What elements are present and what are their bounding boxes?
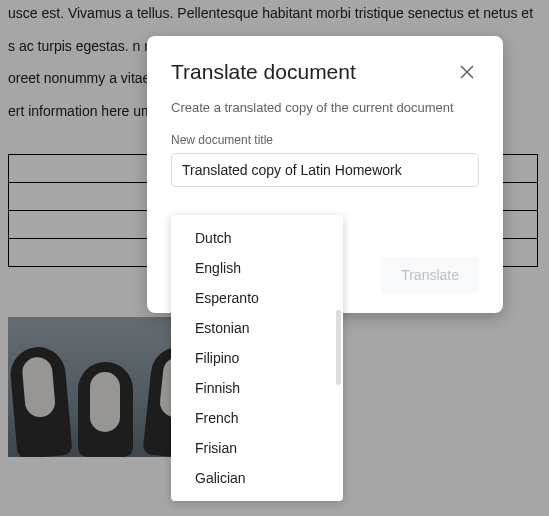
dropdown-scrollbar[interactable] (336, 310, 341, 385)
language-dropdown[interactable]: Dutch English Esperanto Estonian Filipin… (171, 215, 343, 501)
language-option[interactable]: Finnish (171, 373, 343, 403)
document-title-input[interactable] (171, 153, 479, 187)
title-field-label: New document title (171, 133, 479, 147)
language-option[interactable]: English (171, 253, 343, 283)
language-option[interactable]: Esperanto (171, 283, 343, 313)
close-icon (460, 65, 474, 79)
translate-button[interactable]: Translate (381, 257, 479, 293)
language-option[interactable]: French (171, 403, 343, 433)
language-option[interactable]: Estonian (171, 313, 343, 343)
language-option[interactable]: Filipino (171, 343, 343, 373)
dialog-title: Translate document (171, 60, 356, 84)
dialog-subtitle: Create a translated copy of the current … (171, 100, 479, 115)
language-option[interactable]: Dutch (171, 223, 343, 253)
language-option[interactable]: Frisian (171, 433, 343, 463)
close-button[interactable] (455, 60, 479, 84)
language-option[interactable]: Galician (171, 463, 343, 493)
